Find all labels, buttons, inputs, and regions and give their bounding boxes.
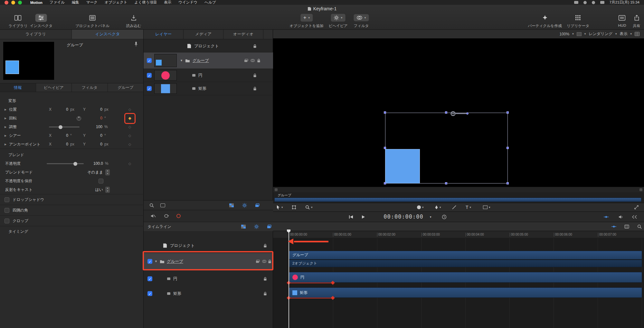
canvas-rectangle-shape[interactable] xyxy=(385,149,420,183)
disclosure-triangle-icon[interactable]: ▶ xyxy=(5,131,6,140)
lock-icon[interactable] xyxy=(257,59,260,63)
gear-icon[interactable] xyxy=(254,224,259,229)
filmstrip-icon[interactable] xyxy=(624,225,629,229)
expand-canvas-button[interactable] xyxy=(634,205,639,210)
shear-x-value[interactable]: 0 xyxy=(54,131,68,140)
keyframe-editor-icon[interactable] xyxy=(603,215,609,219)
zoom-window-button[interactable] xyxy=(18,1,22,5)
lock-icon[interactable] xyxy=(253,87,257,91)
tab-layers[interactable]: レイヤー xyxy=(144,30,184,39)
blend-badge-icon[interactable] xyxy=(262,260,266,263)
layers-badge-icon[interactable] xyxy=(256,260,260,263)
scale-value[interactable]: 100 xyxy=(88,123,102,131)
tab-filters[interactable]: フィルタ xyxy=(72,83,108,92)
transform-tool[interactable] xyxy=(292,205,296,210)
keyframe-diamond-icon[interactable]: ◇ xyxy=(126,159,133,168)
timeline-row-project[interactable]: プロジェクト xyxy=(144,240,273,251)
scale-slider[interactable] xyxy=(49,127,80,127)
share-button[interactable]: 共有 xyxy=(633,13,640,28)
filters-button[interactable]: ▾ フィルタ xyxy=(354,13,369,28)
lock-icon[interactable] xyxy=(253,73,257,78)
battery-icon[interactable] xyxy=(574,1,578,4)
tab-media[interactable]: メディア xyxy=(184,30,223,39)
zoom-level-dropdown[interactable]: 100% xyxy=(559,32,569,36)
lock-icon[interactable] xyxy=(263,243,267,248)
position-y-value[interactable]: 0 xyxy=(88,105,102,114)
bezier-tool[interactable]: ▾ xyxy=(435,205,441,210)
selection-handle[interactable] xyxy=(384,182,386,184)
replicator-button[interactable]: リプリケータ xyxy=(567,13,589,28)
keyframe-diamond-icon[interactable]: ◇ xyxy=(126,140,133,149)
menu-help[interactable]: ヘルプ xyxy=(204,0,216,5)
group-name[interactable]: グループ xyxy=(167,259,183,264)
lock-icon[interactable] xyxy=(268,259,271,264)
tab-group[interactable]: グループ xyxy=(108,83,144,92)
grid-overlay-icon[interactable] xyxy=(635,32,639,36)
select-tool[interactable]: ▾ xyxy=(276,205,283,210)
timeline-ruler[interactable]: 00:00:00:00 00:00:01:00 00:00:02:00 00:0… xyxy=(273,231,644,238)
menu-window[interactable]: ウインドウ xyxy=(178,0,197,5)
selection-handle[interactable] xyxy=(507,111,509,114)
layers-badge-icon[interactable] xyxy=(244,59,248,62)
opacity-slider[interactable] xyxy=(47,163,84,164)
circle-visibility-checkbox[interactable]: ✓ xyxy=(147,73,152,78)
menu-view[interactable]: 表示 xyxy=(164,0,171,5)
inspector-button[interactable]: インスペクタ xyxy=(30,13,53,28)
blend-badge-icon[interactable] xyxy=(251,59,255,62)
pin-icon[interactable] xyxy=(134,41,138,47)
anchor-y-value[interactable]: 0 xyxy=(88,140,102,149)
selection-handle[interactable] xyxy=(384,111,386,114)
zoom-tool[interactable]: ▾ xyxy=(305,205,313,210)
selection-handle[interactable] xyxy=(384,147,386,149)
layers-row-circle[interactable]: ✓ 円 xyxy=(144,69,273,82)
menu-object[interactable]: オブジェクト xyxy=(105,0,128,5)
shear-y-value[interactable]: 0 xyxy=(88,131,102,140)
timeline-row-group[interactable]: ✓ ▼ グループ xyxy=(144,253,273,270)
tab-audio[interactable]: オーディオ xyxy=(223,30,263,39)
drop-shadow-checkbox[interactable] xyxy=(5,197,9,202)
control-center-icon[interactable] xyxy=(592,1,595,4)
stepper-control[interactable]: ▴▾ xyxy=(105,169,110,175)
scrollbar-right-cap[interactable] xyxy=(639,188,642,191)
make-particles-button[interactable]: パーティクルを作成 xyxy=(528,13,562,28)
keyframe-diamond-icon[interactable]: ◇ xyxy=(126,105,133,114)
layers-row-project[interactable]: プロジェクト xyxy=(144,40,273,52)
lock-icon[interactable] xyxy=(263,292,267,296)
menu-favorites[interactable]: よく使う項目 xyxy=(134,0,157,5)
scale-slider-knob[interactable] xyxy=(59,125,62,129)
menu-clock[interactable]: 7月21日(月) 15:34 xyxy=(610,0,639,5)
selection-handle[interactable] xyxy=(507,182,509,184)
tab-library[interactable]: ライブラリ xyxy=(0,30,72,39)
record-animation-icon[interactable] xyxy=(176,214,181,218)
blend-mode-value[interactable]: そのまま xyxy=(73,168,103,177)
circle-name[interactable]: 円 xyxy=(198,73,203,78)
track-bar-group[interactable]: グループ xyxy=(289,251,642,259)
four-corner-checkbox[interactable] xyxy=(5,208,9,213)
rotation-dial-icon[interactable] xyxy=(76,116,81,121)
mini-timeline-bar[interactable] xyxy=(274,198,641,202)
text-tool[interactable]: T▾ xyxy=(466,205,471,210)
hud-button[interactable]: HUD xyxy=(618,13,626,27)
timeline-row-rect[interactable]: ✓ 矩形 xyxy=(144,288,273,299)
close-window-button[interactable] xyxy=(5,1,8,5)
selection-handle[interactable] xyxy=(445,111,447,114)
menu-file[interactable]: ファイル xyxy=(50,0,65,5)
checkerboard-icon[interactable] xyxy=(229,203,234,207)
group-visibility-checkbox[interactable]: ✓ xyxy=(147,259,152,264)
gear-icon[interactable] xyxy=(242,203,247,208)
show-keyframes-icon[interactable] xyxy=(611,224,617,229)
tab-properties[interactable]: 情報 xyxy=(0,83,36,92)
disclosure-triangle-icon[interactable]: ▼ xyxy=(180,59,183,62)
project-panel-button[interactable]: プロジェクトパネル xyxy=(75,13,109,28)
double-chevron-icon[interactable] xyxy=(632,215,637,219)
layers-stack-icon[interactable] xyxy=(255,203,260,207)
rotation-arm-handle[interactable] xyxy=(466,112,469,115)
clock-icon[interactable] xyxy=(442,214,447,219)
disclosure-triangle-icon[interactable]: ▼ xyxy=(155,260,157,263)
group-visibility-checkbox[interactable]: ✓ xyxy=(147,58,152,63)
layers-row-group[interactable]: ✓ ▼ グループ xyxy=(144,52,273,69)
timeline-row-circle[interactable]: ✓ 円 xyxy=(144,273,273,285)
add-object-button[interactable]: +▾ オブジェクトを追加 xyxy=(289,13,323,28)
keyframe-diamond-icon[interactable]: ◇ xyxy=(126,123,133,131)
scrollbar-left-cap[interactable] xyxy=(275,188,278,191)
